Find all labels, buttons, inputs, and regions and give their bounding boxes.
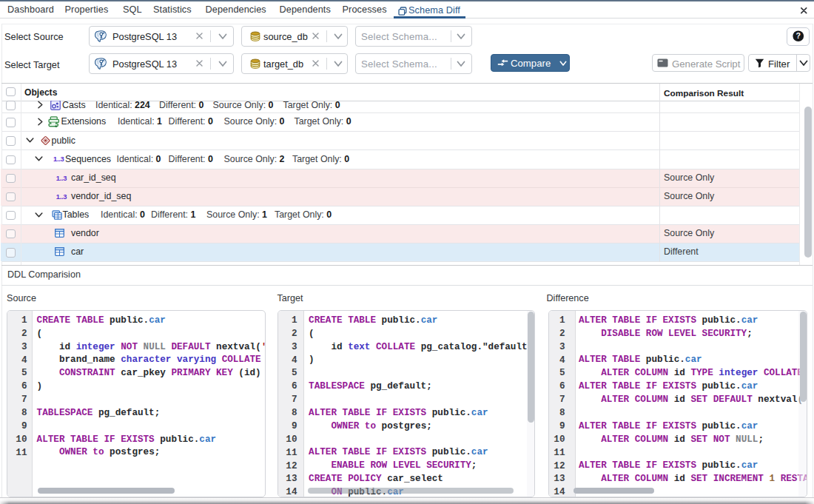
svg-text:?: ? bbox=[796, 31, 801, 40]
